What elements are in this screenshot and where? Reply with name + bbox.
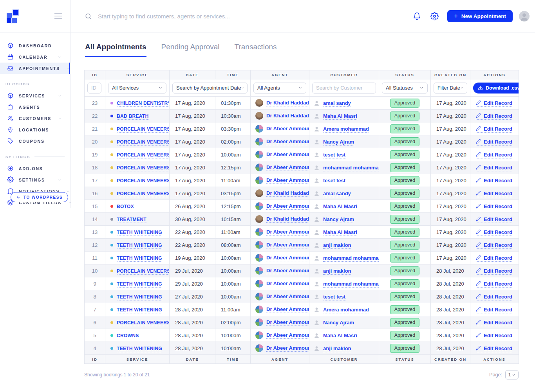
edit-record-link[interactable]: Edit Record [476,242,512,249]
agent-link[interactable]: Dr Khalid Haddadin [266,100,309,106]
customer-link[interactable]: Nancy Ajram [323,216,354,223]
edit-record-link[interactable]: Edit Record [476,100,512,107]
tab-pending-approval[interactable]: Pending Approval [161,43,220,57]
customer-filter-input[interactable] [316,85,372,91]
agent-link[interactable]: Dr Khalid Haddadin [266,190,309,197]
notifications-bell-icon[interactable] [413,12,421,20]
service-link[interactable]: PORCELAIN VENEERS [117,191,170,197]
sidebar-item-appointments[interactable]: APPOINTMENTS [0,63,70,74]
to-wordpress-button[interactable]: TO WORDPRESS [11,192,68,202]
created-filter-select[interactable]: Filter Date [434,83,467,94]
sidebar-item-calendar[interactable]: CALENDAR [0,51,70,63]
settings-gear-icon[interactable] [430,12,439,20]
edit-record-link[interactable]: Edit Record [476,255,512,262]
edit-record-link[interactable]: Edit Record [476,268,512,275]
sidebar-item-agents[interactable]: AGENTS [0,101,70,113]
agent-link[interactable]: Dr Abeer Ammouri [266,164,309,171]
customer-link[interactable]: Maha Al Masri [323,113,357,120]
edit-record-link[interactable]: Edit Record [476,152,512,158]
sidebar-item-customers[interactable]: CUSTOMERS [0,113,70,124]
customer-link[interactable]: anji maklon [323,268,351,275]
agent-link[interactable]: Dr Abeer Ammouri [266,293,309,300]
agent-link[interactable]: Dr Abeer Ammouri [266,306,309,313]
edit-record-link[interactable]: Edit Record [476,281,512,288]
service-link[interactable]: TEETH WHITENING [117,307,162,313]
sidebar-item-locations[interactable]: LOCATIONS [0,124,70,135]
sidebar-item-settings[interactable]: SETTINGS [0,174,70,185]
agent-link[interactable]: Dr Khalid Haddadin [266,216,309,223]
agent-link[interactable]: Dr Abeer Ammouri [266,255,309,261]
edit-record-link[interactable]: Edit Record [476,178,512,184]
service-link[interactable]: PORCELAIN VENEERS [117,126,170,133]
service-link[interactable]: TEETH WHITENING [117,281,162,288]
agent-link[interactable]: Dr Abeer Ammouri [266,138,309,145]
edit-record-link[interactable]: Edit Record [476,113,512,120]
service-link[interactable]: TEETH WHITENING [117,346,162,352]
agents-filter-select[interactable]: All Agents [253,83,306,94]
customer-link[interactable]: mohammad mohammad [323,165,379,171]
agent-link[interactable]: Dr Abeer Ammouri [266,126,309,132]
service-link[interactable]: TEETH WHITENING [117,255,162,262]
agent-link[interactable]: Dr Abeer Ammouri [266,229,309,236]
agent-link[interactable]: Dr Abeer Ammouri [266,345,309,352]
edit-record-link[interactable]: Edit Record [476,307,512,313]
tab-all-appointments[interactable]: All Appointments [85,43,146,57]
agent-link[interactable]: Dr Abeer Ammouri [266,203,309,210]
service-link[interactable]: PORCELAIN VENEERS [117,320,170,326]
customer-link[interactable]: anji maklon [323,345,351,352]
page-select[interactable]: 1 [505,370,519,379]
service-link[interactable]: BAD BREATH [117,113,148,120]
agent-link[interactable]: Dr Abeer Ammouri [266,177,309,184]
edit-record-link[interactable]: Edit Record [476,216,512,223]
agent-link[interactable]: Dr Abeer Ammouri [266,332,309,339]
agent-link[interactable]: Dr Abeer Ammouri [266,268,309,274]
edit-record-link[interactable]: Edit Record [476,126,512,133]
customer-link[interactable]: amal sandy [323,191,351,197]
service-link[interactable]: PORCELAIN VENEERS [117,178,170,184]
statuses-filter-select[interactable]: All Statuses [382,83,428,94]
service-link[interactable]: CHILDREN DENTISTRY [117,101,170,107]
tab-transactions[interactable]: Transactions [235,43,277,57]
customer-link[interactable]: Maha Al Masri [323,203,357,210]
service-link[interactable]: PORCELAIN VENEERS [117,268,170,275]
customer-link[interactable]: mohammad mohammad [323,255,379,262]
customer-link[interactable]: Nancy Ajram [323,139,354,146]
edit-record-link[interactable]: Edit Record [476,333,512,339]
customer-link[interactable]: teset test [323,178,345,184]
hamburger-menu-icon[interactable] [54,12,62,20]
edit-record-link[interactable]: Edit Record [476,320,512,326]
edit-record-link[interactable]: Edit Record [476,191,512,197]
customer-link[interactable]: Amera mohammad [323,126,369,133]
edit-record-link[interactable]: Edit Record [476,165,512,171]
service-link[interactable]: PORCELAIN VENEERS [117,165,170,171]
service-link[interactable]: BOTOX [117,204,134,210]
sidebar-item-add-ons[interactable]: ADD-ONS [0,163,70,174]
customer-link[interactable]: anji maklon [323,242,351,249]
id-filter-input[interactable] [91,85,98,91]
service-link[interactable]: TREATMENT [117,217,146,223]
service-link[interactable]: TEETH WHITENING [117,294,162,300]
services-filter-select[interactable]: All Services [108,83,166,94]
customer-link[interactable]: mohammad mohammad [323,281,379,288]
new-appointment-button[interactable]: + New Appointment [447,10,513,22]
sidebar-item-services[interactable]: SERVICES [0,90,70,101]
service-link[interactable]: PORCELAIN VENEERS [117,152,170,158]
user-avatar[interactable] [519,11,530,22]
customer-link[interactable]: Maha Al Masri [323,333,357,339]
customer-link[interactable]: teset test [323,152,345,158]
download-csv-button[interactable]: Download .csv [473,83,519,94]
service-link[interactable]: TEETH WHITENING [117,243,162,249]
agent-link[interactable]: Dr Abeer Ammouri [266,281,309,287]
agent-link[interactable]: Dr Abeer Ammouri [266,151,309,158]
customer-link[interactable]: amal sandy [323,100,351,107]
customer-link[interactable]: Amera mohammad [323,307,369,313]
date-filter-select[interactable]: Search by Appointment Date [172,83,248,94]
service-link[interactable]: CROWNS [117,333,139,339]
customer-link[interactable]: Nancy Ajram [323,320,354,326]
sidebar-item-dashboard[interactable]: DASHBOARD [0,40,70,51]
agent-link[interactable]: Dr Abeer Ammouri [266,242,309,248]
customer-link[interactable]: teset test [323,294,345,300]
agent-link[interactable]: Dr Abeer Ammouri [266,319,309,326]
edit-record-link[interactable]: Edit Record [476,229,512,236]
service-link[interactable]: TEETH WHITENING [117,230,162,236]
